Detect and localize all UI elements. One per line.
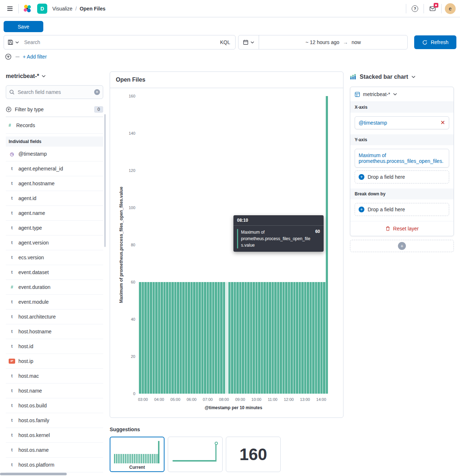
bar-08:50[interactable] [236, 282, 239, 394]
bar-07:20[interactable] [212, 282, 215, 394]
bar-05:10[interactable] [177, 282, 179, 394]
y-axis-dimension[interactable]: Maximum of prometheus.process_files_open… [355, 149, 449, 168]
time-range[interactable]: ~ 12 hours ago → now [259, 39, 407, 45]
bar-14:10[interactable] [323, 282, 325, 394]
bar-09:10[interactable] [242, 282, 244, 394]
search-input[interactable] [23, 39, 215, 45]
bar-10:00[interactable] [255, 282, 258, 394]
bar-10:40[interactable] [266, 282, 269, 394]
bar-03:30[interactable] [150, 282, 152, 394]
bar-10:10[interactable] [258, 282, 260, 394]
bar-09:30[interactable] [247, 282, 250, 394]
bar-05:50[interactable] [188, 282, 190, 394]
query-language-button[interactable]: KQL [215, 39, 235, 45]
suggestion-current[interactable]: Current [110, 437, 165, 472]
bar-03:10[interactable] [144, 282, 147, 394]
bar-05:00[interactable] [174, 282, 177, 394]
bar-13:50[interactable] [317, 282, 320, 394]
time-range-start[interactable]: ~ 12 hours ago [306, 39, 339, 45]
bar-03:00[interactable] [142, 282, 144, 394]
x-axis-dimension[interactable]: @timestamp ✕ [355, 116, 449, 129]
field-item-@timestamp[interactable]: ◷@timestamp [6, 147, 103, 161]
remove-dimension-button[interactable]: ✕ [441, 120, 445, 126]
bar-07:50[interactable] [220, 282, 223, 394]
bar-04:20[interactable] [163, 282, 166, 394]
field-item-host.ip[interactable]: IPhost.ip [6, 354, 103, 369]
field-item-host.name[interactable]: thost.name [6, 384, 103, 398]
bar-04:50[interactable] [171, 282, 174, 394]
horizontal-scrollbar[interactable] [0, 473, 67, 475]
bar-12:20[interactable] [293, 282, 296, 394]
bar-02:50[interactable] [139, 282, 141, 394]
bar-09:40[interactable] [250, 282, 253, 394]
bar-10:50[interactable] [269, 282, 271, 394]
space-avatar[interactable]: D [37, 4, 47, 14]
y-axis-drop-zone[interactable]: + Drop a field here [355, 170, 449, 183]
breakdown-drop-zone[interactable]: + Drop a field here [355, 203, 449, 216]
sidebar-scrollbar[interactable] [104, 114, 106, 247]
menu-button[interactable] [3, 2, 17, 16]
bar-13:20[interactable] [310, 282, 312, 394]
reset-layer-button[interactable]: Reset layer [350, 221, 454, 236]
chart-type-switcher[interactable]: Stacked bar chart [350, 72, 454, 87]
bar-11:30[interactable] [280, 282, 282, 394]
bar-06:30[interactable] [198, 282, 201, 394]
field-item-host.id[interactable]: thost.id [6, 339, 103, 354]
user-menu-button[interactable]: e [443, 2, 457, 16]
time-range-end[interactable]: now [352, 39, 361, 45]
field-search-input[interactable] [6, 85, 103, 99]
bar-11:00[interactable] [272, 282, 274, 394]
bar-06:20[interactable] [196, 282, 198, 394]
bar-12:40[interactable] [299, 282, 301, 394]
bar-09:00[interactable] [239, 282, 242, 394]
bar-03:40[interactable] [153, 282, 155, 394]
bar-07:40[interactable] [218, 282, 220, 394]
bar-08:20[interactable] [228, 282, 231, 394]
save-button[interactable]: Save [4, 21, 43, 32]
bar-13:00[interactable] [304, 282, 307, 394]
bar-05:30[interactable] [182, 282, 185, 394]
bar-08:30[interactable] [231, 282, 233, 394]
suggestion-line-chart[interactable] [168, 437, 223, 472]
bar-12:50[interactable] [301, 282, 304, 394]
field-item-event.dataset[interactable]: tevent.dataset [6, 265, 103, 280]
bar-14:20[interactable] [326, 96, 328, 394]
layer-index-pattern-button[interactable]: metricbeat-* [350, 87, 454, 102]
bar-10:20[interactable] [261, 282, 263, 394]
bar-10:30[interactable] [263, 282, 266, 394]
bar-03:20[interactable] [147, 282, 150, 394]
bar-03:50[interactable] [155, 282, 158, 394]
bar-07:00[interactable] [207, 282, 209, 394]
bar-04:10[interactable] [161, 282, 163, 394]
bar-05:20[interactable] [180, 282, 182, 394]
records-field[interactable]: # Records [6, 117, 103, 134]
bar-13:10[interactable] [307, 282, 309, 394]
bar-11:50[interactable] [285, 282, 288, 394]
clear-search-button[interactable]: ✕ [94, 89, 100, 95]
bar-07:10[interactable] [209, 282, 212, 394]
add-layer-button[interactable]: + [350, 240, 454, 252]
field-item-host.os.build[interactable]: thost.os.build [6, 398, 103, 413]
field-item-agent.type[interactable]: tagent.type [6, 221, 103, 235]
field-item-host.hostname[interactable]: thost.hostname [6, 324, 103, 339]
bar-14:00[interactable] [320, 282, 323, 394]
bar-07:30[interactable] [215, 282, 217, 394]
date-picker-calendar-button[interactable] [238, 35, 259, 49]
help-button[interactable]: ? [408, 2, 422, 16]
field-item-agent.version[interactable]: tagent.version [6, 235, 103, 250]
bar-08:00[interactable] [223, 282, 225, 394]
field-item-host.os.family[interactable]: thost.os.family [6, 413, 103, 428]
bar-04:30[interactable] [166, 282, 168, 394]
field-item-host.os.kernel[interactable]: thost.os.kernel [6, 428, 103, 443]
bar-06:10[interactable] [193, 282, 196, 394]
field-item-event.duration[interactable]: #event.duration [6, 280, 103, 295]
field-item-agent.id[interactable]: tagent.id [6, 191, 103, 206]
field-item-agent.ephemeral_id[interactable]: tagent.ephemeral_id [6, 161, 103, 176]
field-item-ecs.version[interactable]: tecs.version [6, 250, 103, 265]
bar-11:20[interactable] [277, 282, 280, 394]
field-item-host.mac[interactable]: thost.mac [6, 369, 103, 384]
bar-08:40[interactable] [234, 282, 236, 394]
refresh-button[interactable]: Refresh [414, 35, 456, 49]
filter-by-type-button[interactable]: Filter by type 0 [6, 102, 103, 117]
bar-05:40[interactable] [185, 282, 188, 394]
